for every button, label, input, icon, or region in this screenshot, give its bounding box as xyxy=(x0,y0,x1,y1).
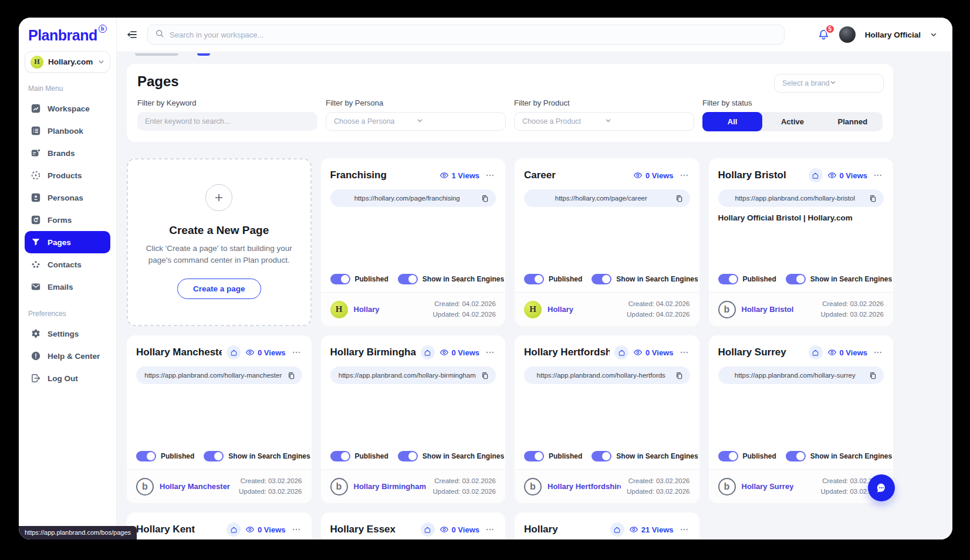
copy-icon[interactable] xyxy=(481,371,489,380)
eye-icon xyxy=(245,348,255,357)
workspace-selector[interactable]: H Hollary.com xyxy=(25,51,110,73)
published-label: Published xyxy=(549,452,582,460)
home-icon[interactable] xyxy=(421,345,435,359)
views-counter[interactable]: 21 Views xyxy=(629,525,674,534)
page-card-title: Hollary Essex xyxy=(330,524,396,535)
published-toggle[interactable] xyxy=(330,274,350,284)
copy-icon[interactable] xyxy=(675,371,684,380)
seo-toggle[interactable] xyxy=(592,451,611,461)
card-dates: Created: 04.02.2026 Updated: 04.02.2026 xyxy=(627,299,690,320)
views-count: 0 Views xyxy=(840,171,867,180)
updated-date: Updated: 03.02.2026 xyxy=(821,310,884,320)
card-menu-button[interactable] xyxy=(678,169,690,181)
brand-link[interactable]: Hollary xyxy=(354,305,380,314)
brand-link[interactable]: Hollary Hertfordshire xyxy=(547,482,621,491)
plus-icon[interactable] xyxy=(205,184,232,211)
search-input[interactable] xyxy=(170,30,777,39)
views-counter[interactable]: 0 Views xyxy=(827,171,867,180)
chevron-down-icon[interactable] xyxy=(930,31,937,38)
sidebar-item-settings[interactable]: Settings xyxy=(25,323,110,345)
published-toggle[interactable] xyxy=(330,451,350,461)
sidebar-item-planbook[interactable]: Planbook xyxy=(25,120,110,142)
sidebar-item-contacts[interactable]: Contacts xyxy=(25,253,110,276)
user-avatar[interactable] xyxy=(839,26,856,43)
collapse-sidebar-icon[interactable] xyxy=(126,29,138,40)
seo-toggle[interactable] xyxy=(786,274,806,284)
views-counter[interactable]: 1 Views xyxy=(440,171,479,180)
page-url-pill: https://app.planbrand.com/hollary-manche… xyxy=(136,366,302,384)
eye-icon xyxy=(245,525,255,534)
eye-icon xyxy=(827,171,837,180)
views-counter[interactable]: 0 Views xyxy=(440,525,479,534)
brand-avatar: H xyxy=(524,301,542,318)
card-menu-button[interactable] xyxy=(484,169,496,181)
copy-icon[interactable] xyxy=(675,194,684,203)
views-counter[interactable]: 0 Views xyxy=(827,348,867,357)
keyword-input[interactable] xyxy=(145,117,310,125)
sidebar-item-logout[interactable]: Log Out xyxy=(25,367,110,389)
views-counter[interactable]: 0 Views xyxy=(245,348,285,357)
card-menu-button[interactable] xyxy=(484,524,496,535)
home-icon[interactable] xyxy=(809,345,823,359)
brand-link[interactable]: Hollary Birmingham xyxy=(354,482,427,491)
card-menu-button[interactable] xyxy=(290,347,302,358)
card-menu-button[interactable] xyxy=(484,347,496,358)
copy-icon[interactable] xyxy=(481,194,489,203)
seo-toggle[interactable] xyxy=(398,451,418,461)
workspace-search[interactable] xyxy=(147,25,785,45)
views-count: 0 Views xyxy=(452,348,479,357)
brand-link[interactable]: Hollary Manchester xyxy=(160,482,230,491)
sidebar-item-forms[interactable]: Forms xyxy=(25,209,110,231)
sidebar-item-emails[interactable]: Emails xyxy=(25,276,110,298)
seo-toggle[interactable] xyxy=(592,274,611,284)
card-menu-button[interactable] xyxy=(872,169,884,181)
status-option-planned[interactable]: Planned xyxy=(823,112,883,131)
views-counter[interactable]: 0 Views xyxy=(440,348,479,357)
persona-select[interactable]: Choose a Persona xyxy=(326,112,506,131)
status-option-all[interactable]: All xyxy=(702,112,762,131)
create-page-button[interactable]: Create a page xyxy=(177,279,261,299)
copy-icon[interactable] xyxy=(868,194,877,203)
page-url-pill: https://app.planbrand.com/hollary-surrey xyxy=(718,366,884,384)
brand-link[interactable]: Hollary Surrey xyxy=(742,482,794,491)
brand-link[interactable]: Hollary Bristol xyxy=(742,305,794,314)
copy-icon[interactable] xyxy=(287,371,296,380)
sidebar-item-products[interactable]: Products xyxy=(25,164,110,186)
card-menu-button[interactable] xyxy=(290,524,302,535)
status-option-active[interactable]: Active xyxy=(762,112,822,131)
chat-fab-button[interactable] xyxy=(868,474,895,501)
home-icon[interactable] xyxy=(809,168,823,182)
views-counter[interactable]: 0 Views xyxy=(245,525,285,534)
seo-toggle[interactable] xyxy=(398,274,418,284)
sidebar-item-workspace[interactable]: Workspace xyxy=(25,97,110,120)
card-menu-button[interactable] xyxy=(678,347,690,358)
product-select[interactable]: Choose a Product xyxy=(514,112,694,131)
notifications-button[interactable]: 5 xyxy=(817,29,830,41)
home-icon[interactable] xyxy=(610,522,624,537)
brand-avatar: b xyxy=(718,478,736,495)
home-icon[interactable] xyxy=(227,522,241,537)
seo-toggle[interactable] xyxy=(786,451,806,461)
published-toggle[interactable] xyxy=(718,274,738,284)
sidebar-item-pages[interactable]: Pages xyxy=(25,231,110,253)
brand-link[interactable]: Hollary xyxy=(547,305,573,314)
copy-icon[interactable] xyxy=(868,371,877,380)
seo-label: Show in Search Engines xyxy=(810,452,892,460)
seo-toggle[interactable] xyxy=(204,451,224,461)
sidebar-item-help-center[interactable]: Help & Center xyxy=(25,345,110,367)
sidebar-item-brands[interactable]: Brands xyxy=(25,142,110,164)
sidebar-item-personas[interactable]: Personas xyxy=(25,186,110,209)
published-toggle[interactable] xyxy=(524,274,544,284)
home-icon[interactable] xyxy=(421,522,435,537)
brand-select[interactable]: Select a brand xyxy=(774,74,884,93)
card-menu-button[interactable] xyxy=(872,347,884,358)
published-toggle[interactable] xyxy=(718,451,738,461)
home-icon[interactable] xyxy=(614,345,628,359)
card-menu-button[interactable] xyxy=(678,524,690,535)
published-toggle[interactable] xyxy=(524,451,544,461)
views-counter[interactable]: 0 Views xyxy=(633,171,673,180)
home-icon[interactable] xyxy=(227,345,241,359)
views-counter[interactable]: 0 Views xyxy=(633,348,673,357)
published-toggle[interactable] xyxy=(136,451,156,461)
updated-date: Updated: 03.02.2026 xyxy=(627,487,690,497)
